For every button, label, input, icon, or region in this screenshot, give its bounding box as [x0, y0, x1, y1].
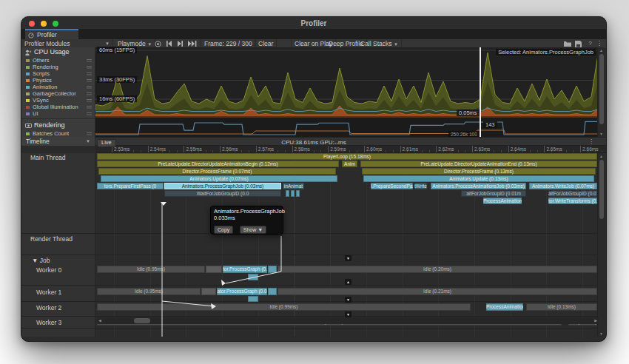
scroll-up-icon[interactable]: ▲ [598, 48, 605, 53]
chart-area[interactable]: 60ms (15FPS)33ms (30FPS)16ms (60FPS) Sel… [95, 47, 599, 137]
time-ruler[interactable]: 2.53ms2.54ms2.55ms2.56ms2.57ms2.58ms2.59… [95, 146, 606, 153]
rendering-header[interactable]: Rendering [21, 121, 95, 130]
timeline-vscrollbar[interactable]: ▲ ▼ [597, 153, 605, 337]
ruler-minor-tick [494, 150, 494, 152]
timeline-hscrollbar[interactable]: ◀ ▶ [97, 317, 599, 324]
drag-handle-icon[interactable] [87, 132, 92, 133]
timeline-bar[interactable] [286, 190, 289, 197]
separator-line [21, 301, 597, 302]
legend-item-ui[interactable]: UI [21, 110, 95, 117]
timeline-bar[interactable] [248, 274, 258, 280]
flow-marker-icon[interactable]: ▲ [345, 279, 352, 285]
ruler-label: 2.63ms [474, 146, 490, 152]
legend-item-global-illumination[interactable]: Global Illumination [21, 104, 95, 110]
scroll-up-icon[interactable]: ▲ [598, 154, 605, 158]
legend-item-scripts[interactable]: Scripts [21, 70, 95, 77]
timeline-bar[interactable]: Animators.Update (0.13ms) [363, 175, 594, 182]
timeline-bar[interactable] [268, 266, 277, 273]
show-dropdown-button[interactable]: Show ▼ [240, 226, 266, 234]
scroll-left-icon[interactable]: ◀ [98, 317, 101, 324]
drag-handle-icon[interactable] [87, 66, 92, 67]
legend-item-rendering[interactable]: Rendering [21, 64, 95, 70]
ruler-minor-tick [169, 150, 170, 152]
timeline-bar[interactable]: inAnimat [283, 183, 304, 189]
legend-label: VSync [33, 97, 49, 104]
timeline-vscroll-thumb[interactable] [599, 160, 604, 219]
flow-marker-icon[interactable]: ▼ [345, 311, 352, 317]
view-mode-dropdown[interactable]: Timeline▼ [21, 137, 95, 146]
legend-item-garbagecollector[interactable]: GarbageCollector [21, 90, 95, 97]
ruler-minor-tick [386, 150, 386, 152]
legend-item-animation[interactable]: Animation [21, 84, 95, 90]
drag-handle-icon[interactable] [87, 92, 92, 93]
drag-handle-icon[interactable] [87, 59, 92, 60]
flow-marker-icon[interactable]: ▼ [345, 255, 352, 261]
timeline-bar[interactable]: Idle (0.95ms) [97, 288, 201, 295]
timeline-bar[interactable]: aitForJobGroupID (0.01m [461, 190, 526, 197]
copy-button[interactable]: Copy [214, 226, 233, 234]
timeline-bar[interactable]: ProcessAnimation [483, 198, 522, 204]
hscroll-thumb[interactable] [134, 318, 150, 323]
ruler-minor-tick [349, 150, 350, 152]
timeline-bar[interactable]: Animators.ProcessAnimationsJob (0.03ms) [431, 183, 526, 189]
timeline-bar[interactable] [248, 296, 258, 302]
cpu-usage-header[interactable]: CPU Usage [21, 47, 95, 57]
drag-handle-icon[interactable] [87, 79, 92, 80]
thread-label-job[interactable]: ▼ Job [32, 257, 50, 264]
timeline-bar[interactable]: Animators.WriteJob (0.07ms) [529, 183, 597, 189]
drag-handle-icon[interactable] [87, 73, 92, 73]
timeline-bar[interactable]: Director.ProcessFrame (0.07ms) [98, 168, 336, 175]
timeline-bar[interactable]: Director.ProcessFrame (0.13ms) [362, 168, 596, 175]
timeline-bar[interactable]: tWrite [414, 183, 427, 189]
scroll-down-icon[interactable]: ▼ [598, 132, 605, 136]
drag-handle-icon[interactable] [87, 99, 92, 100]
timeline-bar[interactable]: Idle (0.99ms) [97, 303, 471, 311]
timeline-bar[interactable]: ator.ProcessGraph (0.0 [217, 288, 267, 295]
timeline-bar[interactable]: PlayerLoop (15.18ms) [97, 153, 597, 160]
ruler-minor-tick [357, 150, 357, 152]
timeline-bar[interactable]: ProcessAnimation [486, 303, 523, 311]
timeline-bar[interactable]: tor.ProcessGraph (0. [223, 266, 267, 273]
timeline-bar[interactable] [201, 288, 216, 295]
timeline-bar[interactable]: tors.PrepareFirstPass (0 [97, 183, 164, 189]
drag-handle-icon[interactable] [87, 86, 92, 87]
chart-vscrollbar[interactable]: ▲ ▼ [597, 47, 605, 137]
timeline-bar[interactable]: Idle (0.20ms) [278, 266, 597, 273]
legend-item-others[interactable]: Others [21, 57, 95, 64]
tab-label: Profiler [37, 31, 57, 38]
ruler-label: 2.55ms [186, 146, 201, 152]
timeline-bar[interactable] [268, 288, 277, 295]
flow-marker-icon[interactable]: ▼ [345, 297, 352, 303]
timeline-bar[interactable] [296, 190, 300, 197]
ruler-tick [436, 146, 437, 152]
legend-label: UI [33, 110, 38, 117]
ruler-label: 2.57ms [258, 146, 274, 152]
timeline-bar[interactable]: tor.WriteTransforms (0. [548, 198, 597, 204]
scroll-right-icon[interactable]: ▶ [594, 317, 597, 324]
gauge-icon [28, 33, 34, 38]
chart-vscroll-thumb[interactable] [599, 54, 604, 124]
legend-item-vsync[interactable]: VSync [21, 97, 95, 104]
panel-divider [21, 118, 95, 119]
timeline-bar[interactable]: WaitForJobGroupID (0.0 [164, 190, 281, 197]
timeline-bar[interactable]: Anim [342, 161, 357, 167]
timeline-bar[interactable]: PreLateUpdate.DirectorUpdateAnimationBeg… [97, 161, 339, 167]
timeline-bar[interactable] [291, 190, 295, 197]
timeline-bar[interactable]: PreLateUpdate.DirectorUpdateAnimationEnd… [360, 161, 597, 167]
tab-profiler[interactable]: Profiler [25, 29, 78, 39]
legend-item-physics[interactable]: Physics [21, 77, 95, 84]
drag-handle-icon[interactable] [87, 112, 92, 113]
timeline-bar[interactable]: Idle (0.13ms) [526, 303, 597, 311]
legend-item-batches-count[interactable]: Batches Count [21, 130, 95, 137]
drag-handle-icon[interactable] [87, 106, 92, 107]
timeline-bar[interactable]: Animators.ProcessGraphJob (0.03ms) [164, 183, 281, 189]
timeline-bar[interactable]: aitForJobGroupID (0.07m [548, 190, 597, 197]
ruler-minor-tick [465, 150, 465, 152]
timeline-bar[interactable]: Idle (0.95ms) [97, 266, 205, 273]
timeline-bar[interactable] [206, 266, 222, 273]
scroll-down-icon[interactable]: ▼ [598, 331, 605, 336]
timeline-bar[interactable]: Idle (0.21ms) [278, 288, 597, 295]
timeline-kebab-icon[interactable]: ⋮ [588, 138, 594, 145]
timeline-bar[interactable]: Animators.Update (0.07ms) [101, 175, 337, 182]
timeline-bar[interactable]: l.PrepareSecondPass [371, 183, 413, 189]
